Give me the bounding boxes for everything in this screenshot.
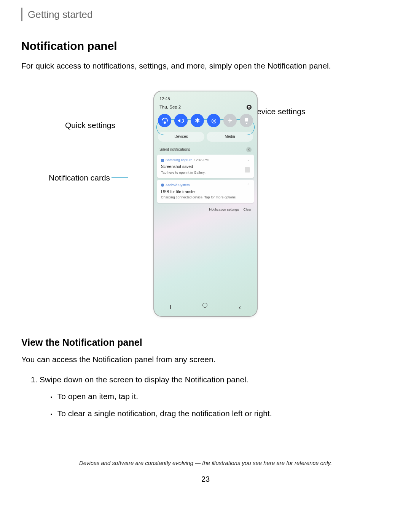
callout-notification-cards: Notification cards bbox=[49, 172, 128, 183]
gear-icon[interactable] bbox=[247, 105, 252, 110]
nav-recent-icon[interactable] bbox=[170, 303, 171, 312]
chevron-up-icon[interactable]: ⌃ bbox=[247, 183, 250, 188]
callout-label: Device settings bbox=[251, 106, 305, 117]
status-time: 12:45 bbox=[154, 91, 257, 102]
app-icon bbox=[161, 184, 164, 187]
notification-title: USB for file transfer bbox=[161, 189, 250, 195]
callout-label: Notification cards bbox=[49, 172, 110, 183]
bullet-item: To open an item, tap it. bbox=[50, 391, 390, 404]
page-title: Notification panel bbox=[21, 38, 390, 54]
airplane-icon[interactable] bbox=[223, 114, 237, 127]
notification-app: Android System bbox=[166, 183, 190, 188]
notification-subtitle: Charging connected device. Tap for more … bbox=[161, 195, 250, 200]
app-icon bbox=[161, 159, 164, 162]
breadcrumb: Getting started bbox=[21, 8, 390, 21]
tab-media[interactable]: Media bbox=[207, 132, 253, 142]
wifi-icon[interactable] bbox=[158, 114, 171, 127]
chevron-down-icon[interactable]: ⌄ bbox=[247, 158, 250, 163]
step-item: Swipe down on the screen to display the … bbox=[40, 374, 390, 421]
clear-link[interactable]: Clear bbox=[243, 207, 252, 212]
page-number: 23 bbox=[21, 474, 390, 484]
figure: Quick settings Notification cards Device… bbox=[21, 91, 390, 317]
nav-back-icon[interactable] bbox=[239, 303, 241, 312]
step-text: Swipe down on the screen to display the … bbox=[40, 375, 249, 384]
steps-list: Swipe down on the screen to display the … bbox=[21, 374, 390, 421]
notification-title: Screenshot saved bbox=[161, 164, 250, 169]
notification-settings-link[interactable]: Notification settings bbox=[209, 207, 239, 212]
status-date: Thu, Sep 2 bbox=[159, 104, 181, 110]
bullet-item: To clear a single notification, drag the… bbox=[50, 408, 390, 421]
rotate-icon[interactable] bbox=[207, 114, 220, 127]
phone-mockup: 12:45 Thu, Sep 2 Devices Media Silent no… bbox=[153, 91, 258, 317]
notification-subtitle: Tap here to open it in Gallery. bbox=[161, 170, 250, 175]
callout-label: Quick settings bbox=[65, 120, 115, 131]
nav-home-icon[interactable] bbox=[202, 303, 207, 308]
section-intro: You can access the Notification panel fr… bbox=[21, 354, 390, 365]
flashlight-icon[interactable] bbox=[240, 114, 253, 127]
intro-paragraph: For quick access to notifications, setti… bbox=[21, 60, 390, 71]
silent-notifications-label: Silent notifications bbox=[159, 147, 190, 152]
footer-note: Devices and software are constantly evol… bbox=[21, 459, 390, 467]
volume-icon[interactable] bbox=[174, 114, 188, 127]
bluetooth-icon[interactable] bbox=[191, 114, 204, 127]
section-heading: View the Notification panel bbox=[21, 336, 390, 349]
quick-settings-row bbox=[154, 114, 257, 132]
close-icon[interactable]: ✕ bbox=[246, 147, 252, 152]
notification-card[interactable]: Android System ⌃ USB for file transfer C… bbox=[157, 180, 254, 203]
thumbnail bbox=[245, 167, 250, 173]
notification-app: Samsung capture bbox=[166, 158, 193, 163]
callout-quick-settings: Quick settings bbox=[65, 120, 131, 131]
notification-time: 12:45 PM bbox=[194, 158, 209, 163]
notification-card[interactable]: Samsung capture 12:45 PM ⌄ Screenshot sa… bbox=[157, 155, 254, 178]
tab-devices[interactable]: Devices bbox=[158, 132, 204, 142]
